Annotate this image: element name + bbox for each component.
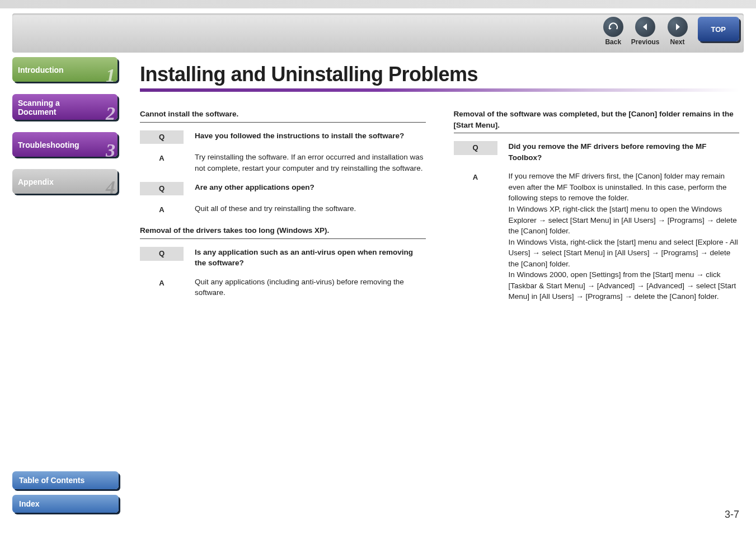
sidebar-item-number: 2 [106,104,115,123]
a-label: A [140,152,184,166]
sidebar-item-label: Document [18,107,112,116]
answer-text: If you remove the MF drivers first, the … [509,171,740,302]
index-button[interactable]: Index [12,495,119,513]
sidebar-item-label: Troubleshooting [18,140,112,149]
sidebar-item-introduction[interactable]: Introduction 1 [12,57,118,82]
bottom-tabs: Table of Contents Index [12,471,119,518]
sidebar-item-label: Appendix [18,177,112,186]
previous-icon [635,17,655,37]
qa-row: AIf you remove the MF drivers first, the… [454,171,740,302]
sidebar-item-scanning[interactable]: Scanning a Document 2 [12,94,118,120]
qa-row: QIs any application such as an anti-viru… [140,247,426,269]
answer-text: Quit all of these and try reinstalling t… [195,203,426,214]
next-label: Next [670,38,684,46]
q-label: Q [140,130,184,144]
qa-row: ATry reinstalling the software. If an er… [140,152,426,174]
question-text: Did you remove the MF drivers before rem… [509,141,740,163]
sidebar-item-number: 1 [106,66,115,85]
previous-label: Previous [631,38,660,46]
a-label: A [140,277,184,291]
back-icon [603,17,623,37]
question-text: Is any application such as an anti-virus… [195,247,426,269]
sidebar-item-troubleshooting[interactable]: Troubleshooting 3 [12,132,118,157]
top-button[interactable]: TOP [698,17,740,41]
page-title: Installing and Uninstalling Problems [140,63,739,86]
next-button[interactable]: Next [668,17,688,46]
qa-row: AQuit any applications (including anti-v… [140,277,426,298]
a-label: A [454,171,497,185]
right-column: Removal of the software was completed, b… [454,105,740,310]
back-button[interactable]: Back [603,17,623,46]
section-heading: Cannot install the software. [140,109,426,123]
answer-text: Try reinstalling the software. If an err… [195,152,426,174]
q-label: Q [454,141,497,155]
sidebar: Introduction 1 Scanning a Document 2 Tro… [12,57,118,206]
top-gradient-bar [0,0,756,8]
qa-row: QHave you followed the instructions to i… [140,130,426,144]
sidebar-item-label: Scanning a [18,99,112,107]
page-number: 3-7 [725,509,739,521]
toc-button[interactable]: Table of Contents [12,471,119,489]
sidebar-item-number: 3 [106,141,115,160]
next-icon [668,17,688,37]
q-label: Q [140,182,184,196]
previous-button[interactable]: Previous [631,17,660,46]
answer-text: Quit any applications (including anti-vi… [195,277,426,298]
back-label: Back [605,38,621,46]
q-label: Q [140,247,184,261]
title-rule [140,88,739,92]
content-area: Installing and Uninstalling Problems Can… [140,63,739,310]
qa-row: QAre any other applications open? [140,182,426,196]
sidebar-item-appendix[interactable]: Appendix 4 [12,169,118,194]
a-label: A [140,203,184,217]
section-heading: Removal of the drivers takes too long (W… [140,225,426,239]
sidebar-item-number: 4 [106,178,115,197]
columns: Cannot install the software. QHave you f… [140,105,739,310]
toolbar: Back Previous Next TOP [12,13,744,53]
section-heading: Removal of the software was completed, b… [454,109,740,133]
left-column: Cannot install the software. QHave you f… [140,105,426,310]
question-text: Are any other applications open? [195,182,426,193]
sidebar-item-label: Introduction [18,65,112,74]
question-text: Have you followed the instructions to in… [195,130,426,142]
qa-row: AQuit all of these and try reinstalling … [140,203,426,217]
qa-row: QDid you remove the MF drivers before re… [454,141,740,163]
